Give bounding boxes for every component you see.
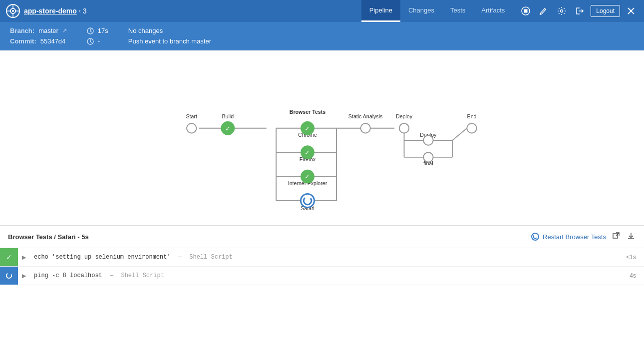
stop-icon[interactable] xyxy=(519,4,533,18)
close-icon[interactable] xyxy=(624,4,638,18)
svg-point-42 xyxy=(532,233,539,240)
log-row: ▶ ping -c 8 localhost — Shell Script 4s xyxy=(0,267,644,285)
edit-icon[interactable] xyxy=(537,4,551,18)
tab-changes[interactable]: Changes xyxy=(400,0,442,22)
log-expand-button[interactable]: ▶ xyxy=(18,254,30,261)
external-link-icon xyxy=(612,232,620,240)
download-button[interactable] xyxy=(626,231,636,243)
log-time: 4s xyxy=(622,272,644,279)
bottom-panel-title: Browser Tests / Safari - 5s xyxy=(8,233,89,241)
build-number: 3 xyxy=(83,7,87,15)
running-spinner xyxy=(5,272,12,279)
push-event-text: Push event to branch master xyxy=(128,37,211,45)
duration-icon xyxy=(87,27,94,34)
tab-artifacts[interactable]: Artifacts xyxy=(473,0,513,22)
start-label: Start xyxy=(186,113,197,119)
pipeline-diagram: Start Build Browser Tests Chrome Firefox… xyxy=(147,65,497,215)
bottom-panel: Browser Tests / Safari - 5s Restart Brow… xyxy=(0,225,644,285)
sub-header: Branch: master ↗ Commit: 55347d4 17s - N… xyxy=(0,22,644,50)
duration-info: 17s - xyxy=(87,27,108,45)
commit-label: Commit: xyxy=(10,37,36,45)
build-label: Build xyxy=(222,113,234,119)
deploy-label: Deploy xyxy=(396,113,413,119)
browser-tests-label: Browser Tests xyxy=(290,109,326,115)
logout-button[interactable]: Logout xyxy=(591,5,620,17)
settings-icon[interactable] xyxy=(555,4,569,18)
time-icon xyxy=(87,38,94,45)
open-external-button[interactable] xyxy=(611,231,621,243)
deploy-main-node xyxy=(399,123,409,133)
header: app-store-demo ‹ 3 Pipeline Changes Test… xyxy=(0,0,644,22)
branch-value: master xyxy=(38,27,58,34)
branch-commit-info: Branch: master ↗ Commit: 55347d4 xyxy=(10,27,67,45)
tab-pipeline[interactable]: Pipeline xyxy=(361,0,400,22)
log-row: ✓ ▶ echo 'setting up selenium environmen… xyxy=(0,248,644,267)
log-time: <1s xyxy=(618,254,644,261)
deploy-sub-node xyxy=(423,135,433,145)
svg-rect-8 xyxy=(524,9,528,13)
duration-value: 17s xyxy=(98,27,108,34)
svg-text:✓: ✓ xyxy=(305,125,310,132)
branch-label: Branch: xyxy=(10,27,34,34)
start-node xyxy=(187,123,196,133)
log-command: ping -c 8 localhost — Shell Script xyxy=(30,272,622,279)
tab-tests[interactable]: Tests xyxy=(442,0,473,22)
static-analysis-label: Static Analysis xyxy=(348,113,383,119)
breadcrumb-separator: ‹ xyxy=(79,7,81,14)
log-status-running xyxy=(0,267,18,285)
restart-browser-tests-button[interactable]: Restart Browser Tests xyxy=(531,232,606,241)
app-title[interactable]: app-store-demo xyxy=(24,7,77,15)
svg-point-46 xyxy=(6,273,12,279)
svg-line-35 xyxy=(452,128,467,140)
signout-icon[interactable] xyxy=(573,4,587,18)
pipeline-area: Start Build Browser Tests Chrome Firefox… xyxy=(0,50,644,225)
end-node xyxy=(467,123,476,133)
download-icon xyxy=(627,232,635,240)
time-value: - xyxy=(98,37,100,45)
svg-text:✓: ✓ xyxy=(225,125,231,132)
safari-node xyxy=(301,194,314,207)
svg-point-43 xyxy=(533,234,538,239)
bottom-panel-header: Browser Tests / Safari - 5s Restart Brow… xyxy=(0,226,644,248)
drone-logo xyxy=(6,4,20,18)
end-label: End xyxy=(467,113,477,119)
final-node xyxy=(423,152,433,162)
commit-value: 55347d4 xyxy=(40,37,66,45)
nav-tabs: Pipeline Changes Tests Artifacts xyxy=(361,0,513,22)
header-icons: Logout xyxy=(519,4,638,18)
svg-text:✓: ✓ xyxy=(305,173,310,180)
log-status-success: ✓ xyxy=(0,248,18,266)
event-info: No changes Push event to branch master xyxy=(128,27,211,45)
svg-point-9 xyxy=(561,10,563,12)
log-command: echo 'setting up selenium environment' —… xyxy=(30,254,618,261)
svg-text:✓: ✓ xyxy=(305,149,310,156)
static-analysis-node xyxy=(360,123,370,133)
external-link-icon[interactable]: ↗ xyxy=(62,27,67,34)
bottom-panel-actions: Restart Browser Tests xyxy=(531,231,636,243)
log-expand-button[interactable]: ▶ xyxy=(18,273,30,279)
no-changes-text: No changes xyxy=(128,27,163,34)
restart-icon xyxy=(531,232,540,241)
svg-point-2 xyxy=(12,10,14,12)
